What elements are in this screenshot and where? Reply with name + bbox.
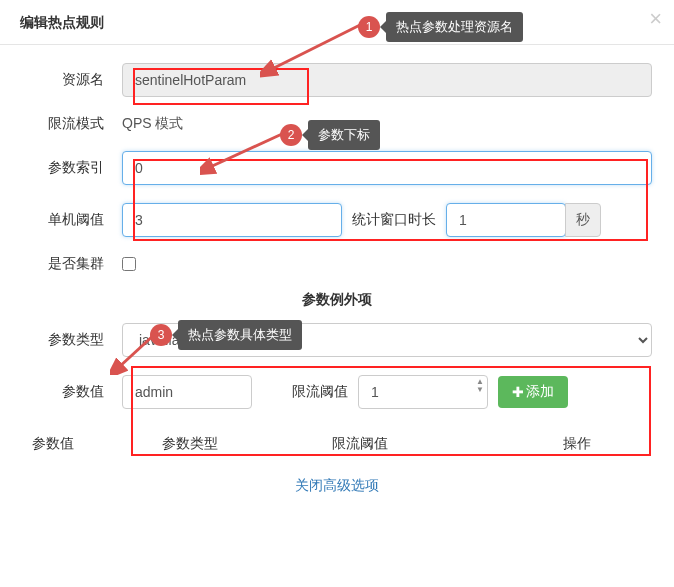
stepper-icon[interactable]: ▲▼ xyxy=(476,378,484,394)
cluster-label: 是否集群 xyxy=(22,255,122,273)
param-value-label: 参数值 xyxy=(22,383,122,401)
add-button[interactable]: ✚ 添加 xyxy=(498,376,568,408)
th-action: 操作 xyxy=(502,435,652,453)
param-index-input[interactable] xyxy=(122,151,652,185)
window-unit: 秒 xyxy=(565,203,601,237)
close-icon[interactable]: × xyxy=(649,6,662,32)
param-type-select[interactable]: java.lang.String xyxy=(122,323,652,357)
mode-value: QPS 模式 xyxy=(122,115,183,133)
param-index-label: 参数索引 xyxy=(22,159,122,177)
threshold-label: 单机阈值 xyxy=(22,211,122,229)
exception-table-header: 参数值 参数类型 限流阈值 操作 xyxy=(22,427,652,459)
collapse-advanced-link[interactable]: 关闭高级选项 xyxy=(22,459,652,505)
limit-threshold-label: 限流阈值 xyxy=(292,383,348,401)
exception-section-title: 参数例外项 xyxy=(22,291,652,309)
param-type-label: 参数类型 xyxy=(22,331,122,349)
mode-label: 限流模式 xyxy=(22,115,122,133)
cluster-checkbox[interactable] xyxy=(122,257,136,271)
th-limit: 限流阈值 xyxy=(332,435,502,453)
modal-title: 编辑热点规则 xyxy=(0,0,674,45)
plus-icon: ✚ xyxy=(512,384,524,400)
modal-dialog: × 编辑热点规则 资源名 限流模式 QPS 模式 参数索引 单机阈值 统计窗口时 xyxy=(0,0,674,515)
resource-input xyxy=(122,63,652,97)
th-param-type: 参数类型 xyxy=(162,435,332,453)
threshold-input[interactable] xyxy=(122,203,342,237)
window-input[interactable] xyxy=(446,203,566,237)
limit-threshold-input[interactable] xyxy=(358,375,488,409)
window-label: 统计窗口时长 xyxy=(352,211,436,229)
th-param-value: 参数值 xyxy=(32,435,162,453)
resource-label: 资源名 xyxy=(22,71,122,89)
param-value-input[interactable] xyxy=(122,375,252,409)
add-button-label: 添加 xyxy=(526,383,554,401)
